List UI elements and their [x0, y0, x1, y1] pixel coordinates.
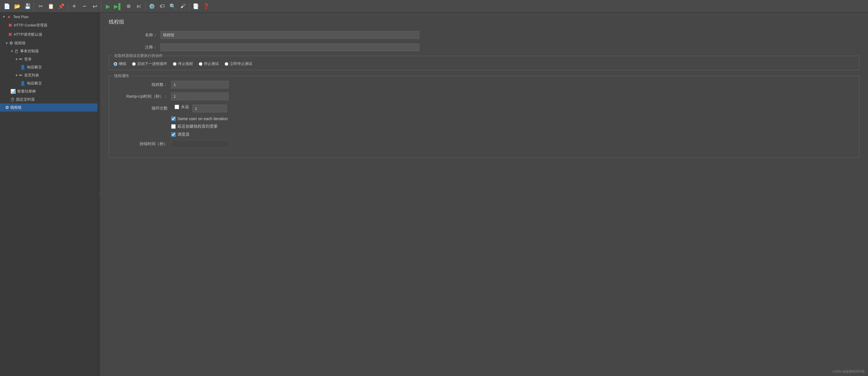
save-icon[interactable]: 💾 — [23, 2, 32, 11]
add-icon[interactable]: + — [70, 2, 79, 11]
sidebar-item-constant-timer[interactable]: ⏱ 固定定时器 — [0, 95, 97, 103]
radio-stop-now[interactable]: 立即停止测试 — [225, 61, 252, 66]
radio-stop-now-label: 立即停止测试 — [230, 61, 252, 66]
timer-icon: ⏱ — [10, 97, 15, 102]
tree-toggle-login[interactable]: ▼ — [15, 58, 18, 61]
name-input[interactable] — [160, 31, 419, 39]
loop-count-label: 循环次数 — [114, 106, 171, 111]
delay-create-checkbox[interactable] — [171, 124, 176, 129]
ramp-up-label: Ramp-Up时间（秒）： — [114, 94, 171, 99]
delay-create-row[interactable]: 延迟创建线程直到需要 — [171, 124, 855, 129]
sidebar-item-thread-group-2[interactable]: ⚙ 线程组 — [0, 103, 97, 112]
paste-icon[interactable]: 📌 — [57, 2, 66, 11]
start-no-pause-icon[interactable]: ▶▌ — [114, 2, 123, 11]
sidebar-item-http-cookie[interactable]: ✖ HTTP Cookie管理器 — [0, 21, 97, 30]
open-icon[interactable]: 📂 — [13, 2, 22, 11]
http-cookie-icon: ✖ — [8, 22, 12, 28]
thread-count-input[interactable] — [171, 81, 229, 89]
stop-circle-icon[interactable]: ⏺ — [124, 2, 133, 11]
sidebar-item-view-results-tree[interactable]: 📊 察看结果树 — [0, 87, 97, 95]
radio-continue[interactable]: 继续 — [114, 61, 126, 66]
radio-start-next[interactable]: 启动下一进程循环 — [132, 61, 167, 66]
copy-icon[interactable]: 📋 — [46, 2, 56, 11]
start-icon[interactable]: ▶ — [103, 2, 113, 11]
toolbar: 📄 📂 💾 ✂ 📋 📌 + − ↩ ▶ ▶▌ ⏺ ⏯ ⚙️ 🏷 🔍 🖌 📑 ❓ — [0, 0, 868, 13]
scheduler-checkbox[interactable] — [171, 132, 176, 137]
undo-icon[interactable]: ↩ — [90, 2, 99, 11]
sidebar-item-test-plan[interactable]: ▼ 🔺 Test Plan — [0, 13, 97, 21]
duration-row: 持续时间（秒） — [114, 140, 855, 148]
help-icon[interactable]: ❓ — [202, 2, 211, 11]
same-user-checkbox[interactable] — [171, 117, 176, 121]
sidebar-item-home-list[interactable]: ▼ ✏ 首页列表 — [0, 71, 97, 79]
new-icon[interactable]: 📄 — [2, 2, 11, 11]
scheduler-label: 调度器 — [178, 132, 189, 137]
content-panel: 线程组 名称： 注释： 在取样器错误后要执行的动作 继续 启动下一进程循环 — [100, 13, 868, 376]
sep4 — [145, 2, 146, 10]
forever-checkbox-item[interactable]: 永远 — [175, 104, 189, 109]
cut-icon[interactable]: ✂ — [36, 2, 45, 11]
comment-label: 注释： — [109, 45, 160, 50]
ramp-up-input[interactable] — [171, 93, 229, 100]
thread-props-title: 线程属性 — [113, 73, 131, 79]
tree-toggle-tc[interactable]: ▼ — [10, 50, 13, 53]
error-action-title: 在取样器错误后要执行的动作 — [113, 53, 164, 58]
remove-icon[interactable]: − — [80, 2, 89, 11]
same-user-row[interactable]: Same user on each iteration — [171, 117, 855, 121]
ramp-up-row: Ramp-Up时间（秒）： — [114, 93, 855, 100]
sidebar-item-login[interactable]: ▼ ✏ 登录 — [0, 55, 97, 63]
transaction-ctrl-icon: 🗒 — [14, 49, 19, 54]
main-area: ▼ 🔺 Test Plan ✖ HTTP Cookie管理器 ✖ HTTP请求默… — [0, 13, 868, 376]
sep3 — [101, 2, 101, 10]
login-icon: ✏ — [19, 57, 23, 62]
loop-count-input[interactable] — [192, 105, 227, 113]
radio-stop-test[interactable]: 停止测试 — [199, 61, 219, 66]
sidebar-item-response-assertion-1[interactable]: 👤 响应断言 — [0, 63, 97, 71]
name-row: 名称： — [109, 31, 859, 39]
error-action-group: 在取样器错误后要执行的动作 继续 启动下一进程循环 停止线程 停止测试 — [109, 56, 859, 70]
radio-stop-thread[interactable]: 停止线程 — [173, 61, 193, 66]
name-label: 名称： — [109, 32, 160, 38]
flag-icon[interactable]: 🏷 — [158, 2, 167, 11]
page-title: 线程组 — [109, 19, 859, 25]
sidebar: ▼ 🔺 Test Plan ✖ HTTP Cookie管理器 ✖ HTTP请求默… — [0, 13, 98, 376]
thread-props-group: 线程属性 线程数： Ramp-Up时间（秒）： 循环次数 永远 — [109, 76, 859, 158]
resize-handle[interactable] — [98, 13, 100, 376]
results-tree-icon: 📊 — [10, 89, 16, 94]
assertion1-icon: 👤 — [20, 65, 26, 70]
duration-label: 持续时间（秒） — [114, 142, 171, 147]
test-plan-icon: 🔺 — [6, 14, 12, 19]
scheduler-row[interactable]: 调度器 — [171, 132, 855, 137]
comment-row: 注释： — [109, 43, 859, 51]
comment-input[interactable] — [160, 43, 419, 51]
search-binoculars-icon[interactable]: 🔍 — [168, 2, 177, 11]
settings-gear-icon[interactable]: ⚙️ — [147, 2, 156, 11]
forever-label: 永远 — [181, 104, 189, 109]
http-default-icon: ✖ — [8, 31, 12, 38]
same-user-label: Same user on each iteration — [178, 117, 228, 121]
tree-toggle-tg1[interactable]: ▼ — [5, 41, 8, 45]
radio-continue-label: 继续 — [119, 61, 126, 66]
duration-input[interactable] — [171, 140, 229, 148]
brush-icon[interactable]: 🖌 — [178, 2, 188, 11]
assertion2-icon: 👤 — [20, 81, 26, 86]
error-action-radio-row: 继续 启动下一进程循环 停止线程 停止测试 立即停止测试 — [114, 61, 855, 66]
forever-checkbox[interactable] — [175, 105, 179, 109]
watermark: CSDN @是网络同学哦 — [833, 369, 865, 374]
radio-start-next-label: 启动下一进程循环 — [137, 61, 167, 66]
sidebar-item-response-assertion-2[interactable]: 👤 响应断言 — [0, 79, 97, 87]
tree-toggle-home[interactable]: ▼ — [15, 73, 18, 77]
sidebar-item-transaction-ctrl[interactable]: ▼ 🗒 事务控制器 — [0, 47, 97, 55]
tree-toggle-test-plan[interactable]: ▼ — [2, 15, 5, 19]
stop-grey-icon[interactable]: ⏯ — [134, 2, 144, 11]
sep1 — [34, 2, 34, 10]
thread-group-1-icon: ⚙ — [9, 40, 13, 46]
thread-group-2-icon: ⚙ — [5, 105, 9, 110]
thread-count-row: 线程数： — [114, 81, 855, 89]
tree-list-icon[interactable]: 📑 — [191, 2, 200, 11]
radio-stop-test-label: 停止测试 — [204, 61, 219, 66]
delay-create-label: 延迟创建线程直到需要 — [178, 124, 218, 129]
radio-stop-thread-label: 停止线程 — [178, 61, 193, 66]
sidebar-item-http-default[interactable]: ✖ HTTP请求默认值 — [0, 30, 97, 39]
sidebar-item-thread-group-1[interactable]: ▼ ⚙ 线程组 — [0, 39, 97, 47]
